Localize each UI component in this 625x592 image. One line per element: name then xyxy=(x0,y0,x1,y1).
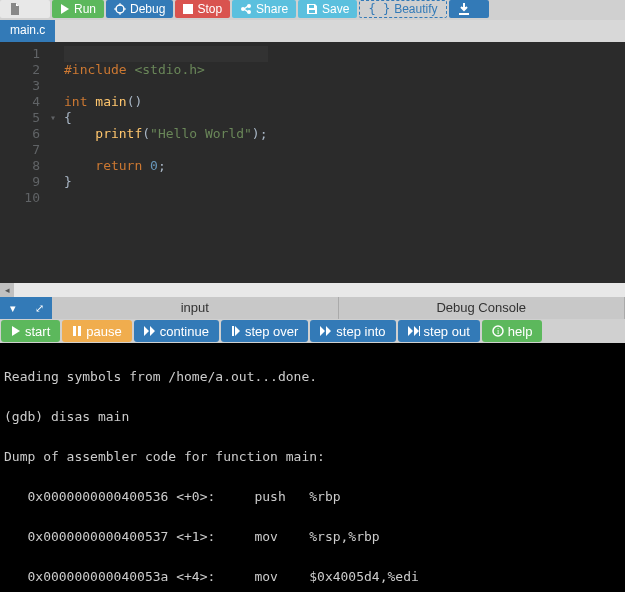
line-number: 6 xyxy=(4,126,40,142)
svg-text:i: i xyxy=(497,327,500,336)
step-out-button[interactable]: step out xyxy=(398,320,480,342)
line-number: 2 xyxy=(4,62,40,78)
tab-main-c[interactable]: main.c xyxy=(0,20,55,42)
braces-icon: { } xyxy=(368,2,390,16)
panel-title-bar: ▾ ⤢ input Debug Console xyxy=(0,297,625,319)
code-token: return xyxy=(95,158,142,173)
svg-rect-9 xyxy=(309,5,314,8)
pause-label: pause xyxy=(86,324,121,339)
console-line: Dump of assembler code for function main… xyxy=(4,447,621,467)
code-token: ); xyxy=(252,126,268,141)
line-number: 7 xyxy=(4,142,40,158)
step-into-icon xyxy=(320,326,332,336)
share-button[interactable]: Share xyxy=(232,0,296,18)
line-gutter: 1 2 3 4 5 6 7 8 9 10 xyxy=(0,42,48,283)
code-token: ; xyxy=(158,158,166,173)
code-token: } xyxy=(64,174,72,189)
step-over-icon xyxy=(231,326,241,336)
code-editor[interactable]: 1 2 3 4 5 6 7 8 9 10 ▾ #include <stdio.h… xyxy=(0,42,625,283)
console-line: 0x0000000000400536 <+0>: push %rbp xyxy=(4,487,621,507)
svg-point-6 xyxy=(241,7,245,11)
main-toolbar: Run Debug Stop Share Save { } Beautify xyxy=(0,0,625,20)
code-token: <stdio.h> xyxy=(134,62,204,77)
code-token: #include xyxy=(64,62,127,77)
svg-point-0 xyxy=(116,5,124,13)
input-panel-title: input xyxy=(52,297,339,319)
tab-bar: main.c xyxy=(0,20,625,42)
share-icon xyxy=(240,3,252,15)
line-number: 1 xyxy=(4,46,40,62)
debug-button[interactable]: Debug xyxy=(106,0,173,18)
console-line: 0x000000000040053a <+4>: mov $0x4005d4,%… xyxy=(4,567,621,587)
svg-rect-5 xyxy=(183,4,193,14)
debug-console-output[interactable]: Reading symbols from /home/a.out...done.… xyxy=(0,343,625,592)
run-button[interactable]: Run xyxy=(52,0,104,18)
save-icon xyxy=(306,3,318,15)
fold-gutter: ▾ xyxy=(48,42,58,283)
step-into-button[interactable]: step into xyxy=(310,320,395,342)
download-icon xyxy=(457,2,471,16)
line-number: 8 xyxy=(4,158,40,174)
download-button[interactable] xyxy=(449,0,489,18)
pause-button[interactable]: pause xyxy=(62,320,131,342)
beautify-label: Beautify xyxy=(394,2,437,16)
file-icon xyxy=(8,2,22,16)
code-token: int xyxy=(64,94,87,109)
svg-rect-15 xyxy=(419,326,420,336)
code-token: ( xyxy=(142,126,150,141)
step-over-button[interactable]: step over xyxy=(221,320,308,342)
line-number: 4 xyxy=(4,94,40,110)
debug-label: Debug xyxy=(130,2,165,16)
save-label: Save xyxy=(322,2,349,16)
step-out-icon xyxy=(408,326,420,336)
continue-button[interactable]: continue xyxy=(134,320,219,342)
stop-icon xyxy=(183,4,193,14)
code-token: main xyxy=(95,94,126,109)
info-icon: i xyxy=(492,325,504,337)
continue-label: continue xyxy=(160,324,209,339)
help-button[interactable]: i help xyxy=(482,320,543,342)
svg-point-7 xyxy=(247,4,251,8)
play-icon xyxy=(60,4,70,14)
fold-toggle-icon[interactable]: ▾ xyxy=(48,110,58,126)
stop-label: Stop xyxy=(197,2,222,16)
play-icon xyxy=(11,326,21,336)
code-token: 0 xyxy=(150,158,158,173)
beautify-button[interactable]: { } Beautify xyxy=(359,0,446,18)
collapse-panel-icon[interactable]: ▾ xyxy=(0,297,26,319)
pause-icon xyxy=(72,326,82,336)
share-label: Share xyxy=(256,2,288,16)
save-button[interactable]: Save xyxy=(298,0,357,18)
code-token: "Hello World" xyxy=(150,126,252,141)
line-number: 3 xyxy=(4,78,40,94)
code-token: () xyxy=(127,94,143,109)
line-number: 5 xyxy=(4,110,40,126)
svg-rect-12 xyxy=(73,326,76,336)
console-line: Reading symbols from /home/a.out...done. xyxy=(4,367,621,387)
scroll-left-icon[interactable]: ◂ xyxy=(0,283,14,297)
horizontal-scrollbar[interactable]: ◂ xyxy=(0,283,625,297)
start-label: start xyxy=(25,324,50,339)
debug-console-title: Debug Console xyxy=(339,297,626,319)
step-into-label: step into xyxy=(336,324,385,339)
stop-button[interactable]: Stop xyxy=(175,0,230,18)
scroll-track[interactable] xyxy=(14,283,625,297)
start-button[interactable]: start xyxy=(1,320,60,342)
help-label: help xyxy=(508,324,533,339)
svg-rect-13 xyxy=(78,326,81,336)
svg-rect-14 xyxy=(232,326,234,336)
step-out-label: step out xyxy=(424,324,470,339)
fast-forward-icon xyxy=(144,326,156,336)
debug-toolbar: start pause continue step over step into… xyxy=(0,319,625,343)
code-content[interactable]: #include <stdio.h> int main() { printf("… xyxy=(58,42,268,283)
expand-panel-icon[interactable]: ⤢ xyxy=(26,297,52,319)
file-button[interactable] xyxy=(0,0,50,18)
step-over-label: step over xyxy=(245,324,298,339)
svg-rect-10 xyxy=(309,10,315,13)
code-token: { xyxy=(64,110,72,125)
tab-label: main.c xyxy=(10,23,45,37)
console-line: 0x0000000000400537 <+1>: mov %rsp,%rbp xyxy=(4,527,621,547)
svg-rect-11 xyxy=(459,13,469,15)
run-label: Run xyxy=(74,2,96,16)
code-token: printf xyxy=(95,126,142,141)
